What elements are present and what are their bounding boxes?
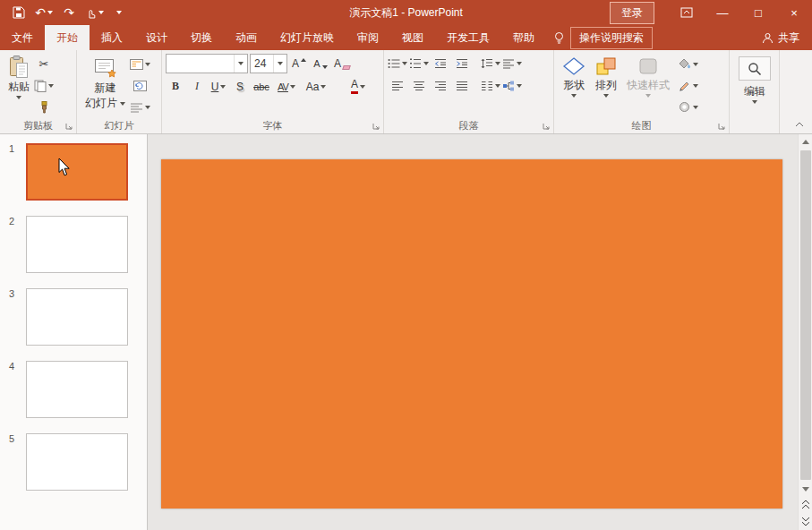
line-spacing-button[interactable] xyxy=(481,54,500,73)
format-painter-button[interactable] xyxy=(34,98,54,116)
change-case-button[interactable]: Aa xyxy=(302,77,330,96)
font-name-dropdown[interactable] xyxy=(234,55,247,73)
clipboard-dialog-launcher[interactable] xyxy=(63,120,74,132)
tab-home[interactable]: 开始 xyxy=(45,25,90,50)
ribbon-display-options-button[interactable] xyxy=(669,0,705,25)
slide-layout-button[interactable] xyxy=(130,55,150,73)
increase-indent-button[interactable] xyxy=(452,54,472,73)
minimize-button[interactable]: — xyxy=(705,0,740,25)
section-button[interactable] xyxy=(130,98,150,116)
arrange-button[interactable]: 排列 xyxy=(590,54,622,119)
new-slide-label-line2: 幻灯片 xyxy=(85,97,117,110)
font-name-value xyxy=(167,55,234,73)
tab-help[interactable]: 帮助 xyxy=(501,25,546,50)
increase-font-size-button[interactable]: A xyxy=(289,55,309,73)
arrange-icon xyxy=(594,56,618,77)
align-center-button[interactable] xyxy=(409,76,429,95)
font-size-dropdown[interactable] xyxy=(273,55,286,73)
tab-review[interactable]: 审阅 xyxy=(346,25,390,50)
tab-animations[interactable]: 动画 xyxy=(224,25,269,50)
paste-label: 粘贴 xyxy=(8,81,30,94)
shape-outline-button[interactable] xyxy=(678,76,698,95)
customize-qat-button[interactable] xyxy=(107,1,131,24)
paste-button[interactable]: 粘贴 xyxy=(4,54,34,119)
touch-mode-button[interactable] xyxy=(82,1,106,24)
slide-thumbnail-3[interactable] xyxy=(26,288,128,346)
slide-editing-area[interactable] xyxy=(148,134,798,530)
next-slide-button[interactable] xyxy=(799,513,812,530)
drawing-dialog-launcher[interactable] xyxy=(715,120,727,132)
italic-button[interactable]: I xyxy=(187,77,207,96)
font-name-combobox[interactable] xyxy=(166,54,248,73)
quick-styles-button[interactable]: 快速样式 xyxy=(622,54,674,119)
maximize-button[interactable]: □ xyxy=(740,0,776,25)
shapes-button[interactable]: 形状 xyxy=(558,54,590,119)
bold-button[interactable]: B xyxy=(166,77,185,96)
font-dialog-launcher[interactable] xyxy=(370,120,381,132)
justify-icon xyxy=(456,81,468,91)
text-direction-button[interactable] xyxy=(502,54,522,73)
scroll-down-button[interactable] xyxy=(799,482,812,496)
reset-slide-button[interactable] xyxy=(130,76,150,95)
shape-outline-icon xyxy=(678,80,691,91)
underline-button[interactable]: U xyxy=(209,77,228,96)
tell-me-search[interactable]: 操作说明搜索 xyxy=(553,25,653,50)
font-size-combobox[interactable]: 24 xyxy=(250,54,287,73)
align-right-button[interactable] xyxy=(431,76,450,95)
font-color-button[interactable]: A xyxy=(345,77,372,96)
shape-fill-button[interactable] xyxy=(678,55,698,73)
numbering-button[interactable] xyxy=(409,54,429,73)
tab-insert[interactable]: 插入 xyxy=(90,25,134,50)
dialog-launcher-icon xyxy=(542,122,551,131)
tab-slideshow[interactable]: 幻灯片放映 xyxy=(269,25,346,50)
scrollbar-thumb[interactable] xyxy=(800,150,811,480)
columns-button[interactable] xyxy=(481,76,500,95)
collapse-ribbon-button[interactable] xyxy=(791,118,808,131)
paste-clipboard-icon xyxy=(9,56,29,79)
undo-button[interactable]: ↶ xyxy=(32,1,56,24)
cut-button[interactable]: ✂ xyxy=(34,55,54,73)
vertical-scrollbar[interactable] xyxy=(798,134,812,530)
format-painter-icon xyxy=(38,101,50,114)
tab-design[interactable]: 设计 xyxy=(134,25,179,50)
share-button[interactable]: 共享 xyxy=(749,25,812,50)
previous-slide-button[interactable] xyxy=(799,496,812,513)
bullets-icon xyxy=(388,58,400,69)
character-spacing-button[interactable]: AV xyxy=(273,77,300,96)
copy-button[interactable] xyxy=(34,76,54,95)
paragraph-dialog-launcher[interactable] xyxy=(540,120,551,132)
customize-qat-caret xyxy=(116,11,122,14)
sign-in-button[interactable]: 登录 xyxy=(610,2,654,24)
line-spacing-icon xyxy=(481,58,493,69)
slide-layout-caret xyxy=(145,63,150,66)
tab-file[interactable]: 文件 xyxy=(0,25,45,50)
tab-view[interactable]: 视图 xyxy=(390,25,435,50)
bullets-button[interactable] xyxy=(388,54,407,73)
slide-thumbnail-5[interactable] xyxy=(26,433,128,491)
quick-styles-label: 快速样式 xyxy=(627,79,670,92)
decrease-indent-button[interactable] xyxy=(431,54,450,73)
slide-thumbnail-2[interactable] xyxy=(26,216,128,273)
justify-button[interactable] xyxy=(452,76,472,95)
strikethrough-button[interactable]: abc xyxy=(252,77,271,96)
clear-formatting-button[interactable]: A xyxy=(332,55,352,73)
convert-to-smartart-button[interactable] xyxy=(502,76,522,95)
tab-transitions[interactable]: 切换 xyxy=(179,25,224,50)
decrease-font-size-button[interactable]: A xyxy=(311,55,330,73)
scroll-up-button[interactable] xyxy=(799,134,812,149)
new-slide-button[interactable]: 新建 幻灯片 xyxy=(81,54,130,119)
slide-thumbnail-4[interactable] xyxy=(26,361,128,418)
align-left-button[interactable] xyxy=(388,76,407,95)
slide-canvas[interactable] xyxy=(161,159,782,509)
tab-developer[interactable]: 开发工具 xyxy=(435,25,501,50)
chevron-up-icon xyxy=(795,122,804,127)
slide-4-number: 4 xyxy=(9,361,14,372)
redo-button[interactable]: ↷ xyxy=(57,1,81,24)
new-slide-label-line1: 新建 xyxy=(95,81,116,95)
save-button[interactable] xyxy=(7,1,30,24)
text-shadow-button[interactable]: S xyxy=(230,77,250,96)
shape-effects-button[interactable] xyxy=(678,98,698,116)
editing-button[interactable]: 编辑 xyxy=(734,55,775,106)
close-button[interactable]: × xyxy=(776,0,812,25)
slide-thumbnail-1[interactable] xyxy=(26,143,128,201)
